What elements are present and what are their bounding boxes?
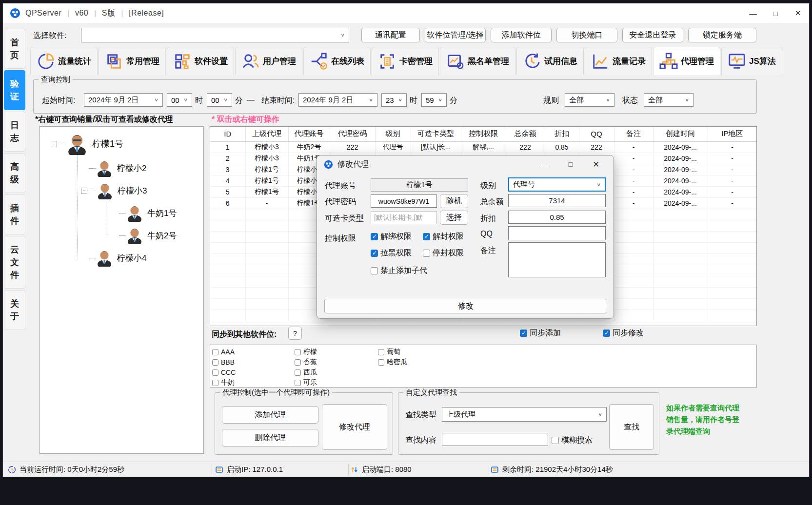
slot-option-CCC[interactable]: CCC xyxy=(212,368,236,377)
chevron-down-icon: ∨ xyxy=(369,97,373,102)
perm-checkbox-解绑权限[interactable]: 解绑权限 xyxy=(371,232,412,242)
slot-option-可乐[interactable]: 可乐 xyxy=(295,378,317,388)
tree-node-柠檬1号[interactable]: −柠檬1号 xyxy=(51,131,123,157)
tree-node-柠檬小4[interactable]: 柠檬小4 xyxy=(81,247,146,269)
perm-checkbox-拉黑权限[interactable]: 拉黑权限 xyxy=(371,248,412,258)
add-agent-button[interactable]: 添加代理 xyxy=(222,406,318,424)
tab-流量记录[interactable]: 流量记录 xyxy=(585,47,652,75)
start-hour-combo[interactable]: 00∨ xyxy=(167,93,192,107)
start-minute-combo[interactable]: 00∨ xyxy=(207,93,232,107)
slot-option-葡萄[interactable]: 葡萄 xyxy=(378,347,407,357)
sidebar-item-云文件[interactable]: 云文件 xyxy=(4,236,25,289)
tab-用户管理[interactable]: 用户管理 xyxy=(235,47,302,75)
password-field[interactable]: wuowS8ke97W1 xyxy=(371,194,437,208)
sidebar-item-首页[interactable]: 首页 xyxy=(4,29,25,69)
end-date-combo[interactable]: 2024年 9月 2日∨ xyxy=(298,93,377,107)
checkbox-unchecked-icon xyxy=(378,359,384,366)
random-password-button[interactable]: 随机 xyxy=(440,194,468,208)
sidebar-item-关于[interactable]: 关于 xyxy=(4,290,25,330)
column-header-级别[interactable]: 级别 xyxy=(375,127,411,141)
sync-modify-checkbox[interactable]: 同步修改 xyxy=(603,328,644,338)
tree-collapse-icon[interactable]: − xyxy=(81,188,87,194)
slot-option-AAA[interactable]: AAA xyxy=(212,347,236,357)
column-header-ID[interactable]: ID xyxy=(210,127,245,141)
search-type-combo[interactable]: 上级代理∨ xyxy=(442,407,607,422)
dialog-submit-button[interactable]: 修改 xyxy=(324,299,607,313)
sidebar-item-高级[interactable]: 高级 xyxy=(4,153,25,193)
search-button[interactable]: 查找 xyxy=(609,404,654,450)
perm-checkbox-停封权限[interactable]: 停封权限 xyxy=(423,248,464,258)
tab-卡密管理[interactable]: 卡密管理 xyxy=(372,47,439,75)
fuzzy-search-checkbox[interactable]: 模糊搜索 xyxy=(552,435,593,446)
tab-试用信息[interactable]: 试用信息 xyxy=(516,47,584,75)
end-minute-combo[interactable]: 59∨ xyxy=(421,93,447,107)
tree-node-柠檬小3[interactable]: −柠檬小3 xyxy=(81,179,147,202)
rule-combo[interactable]: 全部∨ xyxy=(565,93,614,107)
tree-collapse-icon[interactable]: − xyxy=(51,141,57,147)
topbar-button-1[interactable]: 通讯配置 xyxy=(361,28,420,42)
tree-node-牛奶1号[interactable]: 牛奶1号 xyxy=(111,202,177,224)
discount-field[interactable]: 0.85 xyxy=(508,211,606,224)
level-combo[interactable]: 代理号∨ xyxy=(508,177,606,192)
column-header-QQ[interactable]: QQ xyxy=(579,127,614,141)
start-date-combo[interactable]: 2024年 9月 2日∨ xyxy=(84,93,163,107)
slot-option-柠檬[interactable]: 柠檬 xyxy=(295,347,317,357)
tab-JS算法[interactable]: JS算法 xyxy=(721,47,782,75)
tree-node-柠檬小2[interactable]: 柠檬小2 xyxy=(81,157,146,179)
column-header-可造卡类型[interactable]: 可造卡类型 xyxy=(411,127,461,141)
level-label: 级别 xyxy=(480,181,496,191)
column-header-创建时间[interactable]: 创建时间 xyxy=(653,127,708,141)
topbar-button-3[interactable]: 添加软件位 xyxy=(491,28,552,42)
sidebar-item-插件[interactable]: 插件 xyxy=(4,194,25,234)
software-select-combo[interactable]: ∨ xyxy=(81,28,349,42)
slot-option-哈密瓜[interactable]: 哈密瓜 xyxy=(378,357,407,367)
balance-field[interactable]: 7314 xyxy=(508,194,606,207)
slot-option-BBB[interactable]: BBB xyxy=(212,357,236,367)
slot-option-牛奶[interactable]: 牛奶 xyxy=(212,378,236,388)
topbar-button-6[interactable]: 锁定服务端 xyxy=(688,28,756,42)
select-cardtype-button[interactable]: 选择 xyxy=(440,211,468,225)
table-cell xyxy=(653,265,708,276)
slot-option-西瓜[interactable]: 西瓜 xyxy=(295,368,317,377)
sidebar-item-日志[interactable]: 日志 xyxy=(4,112,25,152)
tab-在线列表[interactable]: 在线列表 xyxy=(303,47,371,75)
remark-field[interactable] xyxy=(508,242,606,277)
modify-agent-button[interactable]: 修改代理 xyxy=(322,404,387,450)
column-header-控制权限[interactable]: 控制权限 xyxy=(461,127,506,141)
column-header-代理密码[interactable]: 代理密码 xyxy=(330,127,375,141)
statusbar-divider xyxy=(348,464,349,475)
tab-常用管理[interactable]: 常用管理 xyxy=(99,47,166,75)
minimize-icon[interactable]: — xyxy=(742,3,764,23)
delete-agent-button[interactable]: 删除代理 xyxy=(222,429,318,447)
perm-checkbox-解封权限[interactable]: 解封权限 xyxy=(423,232,464,242)
close-icon[interactable]: ✕ xyxy=(583,155,609,173)
column-header-备注[interactable]: 备注 xyxy=(614,127,653,141)
sidebar-item-验证[interactable]: 验证 xyxy=(4,70,25,110)
perm-checkbox-禁止添加子代[interactable]: 禁止添加子代 xyxy=(371,266,427,276)
column-header-总余额[interactable]: 总余额 xyxy=(506,127,545,141)
column-header-IP地区[interactable]: IP地区 xyxy=(708,127,757,141)
topbar-button-5[interactable]: 安全退出登录 xyxy=(622,28,683,42)
tree-node-牛奶2号[interactable]: 牛奶2号 xyxy=(111,224,177,247)
table-row[interactable]: 1柠檬小3牛奶2号222代理号[默认]长...解绑,...2220.85222-… xyxy=(210,141,757,153)
minimize-icon[interactable]: — xyxy=(533,155,558,173)
topbar-button-2[interactable]: 软件位管理/选择 xyxy=(425,28,486,42)
column-header-折扣[interactable]: 折扣 xyxy=(545,127,579,141)
slot-option-香蕉[interactable]: 香蕉 xyxy=(295,357,317,367)
qq-field[interactable] xyxy=(508,226,606,240)
sync-add-checkbox[interactable]: 同步添加 xyxy=(520,328,561,338)
maximize-icon[interactable]: □ xyxy=(558,155,583,173)
tab-黑名单管理[interactable]: 黑名单管理 xyxy=(440,47,515,75)
sync-help-button[interactable]: ? xyxy=(288,327,302,340)
topbar-button-4[interactable]: 切换端口 xyxy=(556,28,617,42)
state-combo[interactable]: 全部∨ xyxy=(644,93,693,107)
column-header-上级代理[interactable]: 上级代理 xyxy=(245,127,288,141)
end-hour-combo[interactable]: 23∨ xyxy=(381,93,407,107)
close-icon[interactable]: ✕ xyxy=(787,3,809,23)
column-header-代理账号[interactable]: 代理账号 xyxy=(288,127,330,141)
maximize-icon[interactable]: □ xyxy=(764,3,787,23)
tab-流量统计[interactable]: 流量统计 xyxy=(30,47,98,75)
search-content-input[interactable] xyxy=(442,433,548,446)
tab-软件设置[interactable]: 软件设置 xyxy=(167,47,234,75)
tab-代理管理[interactable]: 代理管理 xyxy=(653,47,720,75)
